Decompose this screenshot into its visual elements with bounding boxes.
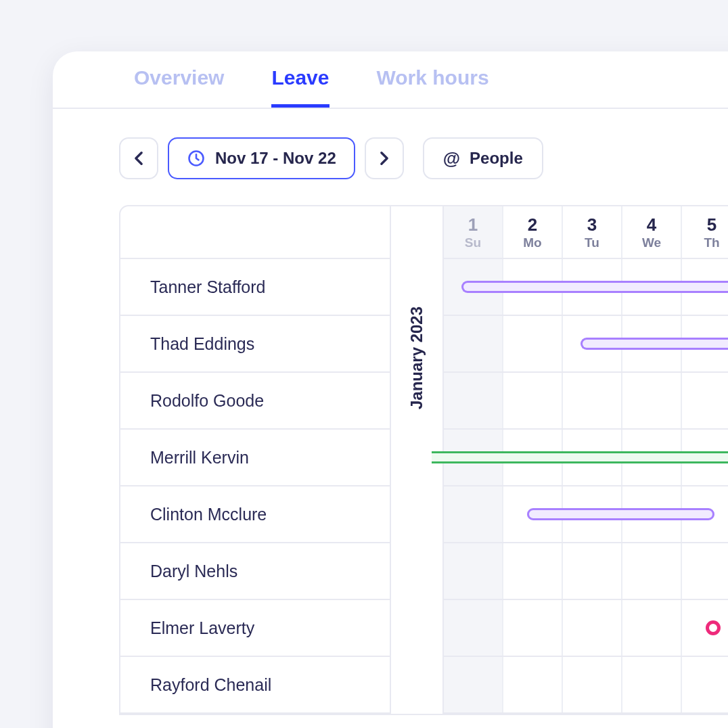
- month-label: January 2023: [407, 306, 426, 409]
- person-row[interactable]: Daryl Nehls: [120, 543, 390, 600]
- leave-timeline: Tanner StaffordThad EddingsRodolfo Goode…: [119, 205, 728, 715]
- tab-work-hours[interactable]: Work hours: [377, 66, 489, 108]
- timeline-cell[interactable]: [444, 486, 503, 542]
- day-number: 1: [468, 214, 478, 235]
- tabs-bar: Overview Leave Work hours: [53, 51, 728, 109]
- person-row[interactable]: Tanner Stafford: [120, 259, 390, 316]
- at-icon: @: [443, 148, 460, 169]
- timeline-cell[interactable]: [563, 657, 622, 712]
- day-number: 3: [587, 214, 597, 235]
- day-header[interactable]: 1Su: [444, 206, 503, 258]
- timeline-cell[interactable]: [503, 316, 563, 371]
- timeline-cell[interactable]: [682, 543, 728, 599]
- day-header[interactable]: 4We: [622, 206, 682, 258]
- day-number: 4: [647, 214, 656, 235]
- timeline-cell[interactable]: [563, 373, 622, 428]
- day-weekday: Th: [704, 235, 719, 250]
- person-row[interactable]: Elmer Laverty: [120, 600, 390, 657]
- people-filter-button[interactable]: @ People: [423, 137, 543, 179]
- timeline-cell[interactable]: [563, 543, 622, 599]
- day-weekday: Mo: [523, 235, 541, 250]
- timeline-cell[interactable]: [682, 657, 728, 712]
- timeline-cell[interactable]: [444, 657, 503, 712]
- date-range-label: Nov 17 - Nov 22: [215, 149, 336, 168]
- timeline-cell[interactable]: [503, 373, 563, 428]
- day-weekday: Su: [465, 235, 481, 250]
- tab-leave[interactable]: Leave: [271, 66, 329, 108]
- timeline-cell[interactable]: [503, 543, 563, 599]
- day-number: 5: [707, 214, 716, 235]
- timeline-row: [444, 316, 728, 373]
- chevron-left-icon: [134, 151, 143, 166]
- timeline-row: [444, 430, 728, 486]
- timeline-row: [444, 600, 728, 657]
- chevron-right-icon: [380, 151, 389, 166]
- leave-bar[interactable]: [461, 281, 728, 293]
- timeline-cell[interactable]: [622, 600, 682, 656]
- names-header: [120, 206, 390, 259]
- day-header[interactable]: 2Mo: [503, 206, 563, 258]
- timeline-cell[interactable]: [444, 543, 503, 599]
- clock-icon: [187, 149, 206, 168]
- person-row[interactable]: Merrill Kervin: [120, 430, 390, 486]
- timeline-row: [444, 373, 728, 430]
- person-row[interactable]: Thad Eddings: [120, 316, 390, 373]
- names-column: Tanner StaffordThad EddingsRodolfo Goode…: [120, 206, 391, 714]
- timeline-cell[interactable]: [682, 600, 728, 656]
- timeline-cell[interactable]: [503, 600, 563, 656]
- timeline-row: [444, 543, 728, 600]
- timeline-cell[interactable]: [622, 543, 682, 599]
- people-filter-label: People: [470, 149, 523, 168]
- days-body: [444, 259, 728, 714]
- person-row[interactable]: Clinton Mcclure: [120, 486, 390, 543]
- day-header[interactable]: 5Th: [682, 206, 728, 258]
- days-column: 1Su2Mo3Tu4We5Th: [444, 206, 728, 714]
- person-row[interactable]: Rayford Chenail: [120, 657, 390, 714]
- app-card: Overview Leave Work hours Nov 17 - Nov 2…: [53, 51, 728, 728]
- day-weekday: We: [642, 235, 661, 250]
- person-row[interactable]: Rodolfo Goode: [120, 373, 390, 430]
- leave-bar[interactable]: [432, 451, 728, 463]
- timeline-cell[interactable]: [622, 373, 682, 428]
- timeline-cell[interactable]: [622, 657, 682, 712]
- timeline-cell[interactable]: [444, 600, 503, 656]
- leave-bar[interactable]: [581, 338, 728, 350]
- controls-row: Nov 17 - Nov 22 @ People: [53, 109, 728, 179]
- timeline-row: [444, 657, 728, 714]
- timeline-row: [444, 486, 728, 543]
- timeline-cell[interactable]: [444, 316, 503, 371]
- prev-button[interactable]: [119, 137, 158, 179]
- tab-overview[interactable]: Overview: [134, 66, 224, 108]
- timeline-cell[interactable]: [503, 657, 563, 712]
- day-number: 2: [528, 214, 537, 235]
- next-button[interactable]: [365, 137, 404, 179]
- timeline-cell[interactable]: [563, 600, 622, 656]
- day-weekday: Tu: [585, 235, 599, 250]
- date-range-button[interactable]: Nov 17 - Nov 22: [168, 137, 355, 179]
- timeline-row: [444, 259, 728, 316]
- day-header[interactable]: 3Tu: [563, 206, 622, 258]
- timeline-cell[interactable]: [682, 373, 728, 428]
- timeline-cell[interactable]: [444, 373, 503, 428]
- leave-bar[interactable]: [527, 508, 714, 520]
- days-header: 1Su2Mo3Tu4We5Th: [444, 206, 728, 259]
